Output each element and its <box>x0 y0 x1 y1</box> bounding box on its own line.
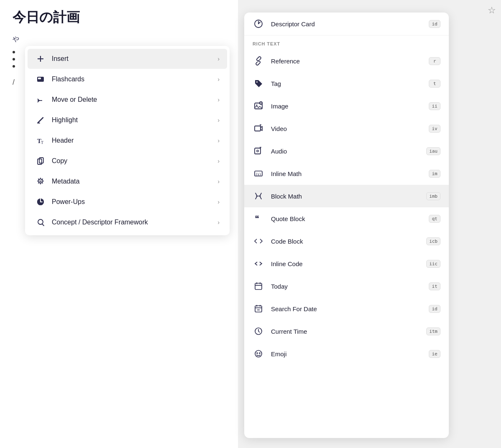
code-block-label: Code Block <box>271 238 426 245</box>
right-menu-item-inline-math[interactable]: (x) Inline Math im <box>244 162 449 185</box>
tag-label: Tag <box>271 80 429 87</box>
plus-icon <box>35 53 46 64</box>
video-label: Video <box>271 125 429 132</box>
code-block-icon <box>253 235 264 247</box>
audio-icon <box>253 145 264 157</box>
inline-math-shortcut: im <box>429 170 440 178</box>
svg-rect-30 <box>255 148 261 154</box>
svg-point-16 <box>38 219 43 224</box>
menu-item-insert[interactable]: Insert › <box>28 49 227 69</box>
menu-item-copy-label: Copy <box>52 157 218 165</box>
svg-rect-3 <box>38 78 41 79</box>
insert-arrow-icon: › <box>218 55 220 62</box>
right-menu-item-code-block[interactable]: Code Block icb <box>244 230 449 252</box>
right-menu-item-today[interactable]: Today it <box>244 275 449 297</box>
menu-item-power-ups-label: Power-Ups <box>52 198 218 206</box>
inline-math-label: Inline Math <box>271 170 429 177</box>
emoji-shortcut: ie <box>429 350 440 358</box>
highlight-icon <box>35 115 46 126</box>
right-menu-item-quote-block[interactable]: ❝ Quote Block qt <box>244 207 449 230</box>
right-menu-item-reference[interactable]: Reference r <box>244 50 449 72</box>
image-icon <box>253 100 264 112</box>
section-rich-text-header: RICH TEXT <box>244 35 449 50</box>
copy-arrow-icon: › <box>218 158 220 164</box>
calendar-search-icon <box>253 303 264 315</box>
svg-rect-10 <box>38 159 42 164</box>
quote-block-label: Quote Block <box>271 215 429 222</box>
block-math-label: Block Math <box>271 193 426 200</box>
menu-item-header[interactable]: T T Header › <box>28 131 227 151</box>
audio-label: Audio <box>271 148 426 155</box>
concept-arrow-icon: › <box>218 219 220 226</box>
right-menu-item-image[interactable]: Image ii <box>244 95 449 117</box>
flashcard-icon <box>35 74 46 85</box>
menu-item-move-delete[interactable]: Move or Delete › <box>28 90 227 110</box>
svg-rect-31 <box>257 150 258 152</box>
quote-block-shortcut: qt <box>429 215 440 223</box>
star-icon[interactable]: ☆ <box>488 5 496 16</box>
block-math-icon <box>253 190 264 202</box>
move-icon <box>35 94 46 105</box>
menu-item-metadata[interactable]: Metadata › <box>28 171 227 191</box>
menu-item-flashcards[interactable]: Flashcards › <box>28 69 227 89</box>
page-title: 今日の計画 <box>13 8 225 27</box>
right-menu-item-video[interactable]: Video iv <box>244 117 449 140</box>
tag-icon <box>253 78 264 89</box>
inline-code-icon <box>253 258 264 269</box>
right-menu-item-audio[interactable]: Audio iau <box>244 140 449 162</box>
powerup-icon <box>35 196 46 207</box>
right-menu-item-current-time[interactable]: Current Time itm <box>244 320 449 342</box>
menu-item-concept[interactable]: Concept / Descriptor Framework › <box>28 212 227 232</box>
svg-text:T: T <box>41 140 43 145</box>
inline-math-icon: (x) <box>253 168 264 179</box>
descriptor-card-label: Descriptor Card <box>271 20 429 28</box>
right-panel: Descriptor Card id RICH TEXT Reference r <box>244 13 449 438</box>
left-context-menu: Insert › Flashcards › Move or Delete › <box>25 46 230 235</box>
svg-point-13 <box>40 181 41 182</box>
reference-label: Reference <box>271 58 429 65</box>
image-label: Image <box>271 103 429 110</box>
move-arrow-icon: › <box>218 96 220 103</box>
highlight-arrow-icon: › <box>218 117 220 123</box>
menu-item-power-ups[interactable]: Power-Ups › <box>28 192 227 212</box>
right-panel-inner: Descriptor Card id RICH TEXT Reference r <box>244 13 449 438</box>
right-menu-item-descriptor-card[interactable]: Descriptor Card id <box>244 13 449 35</box>
menu-item-metadata-label: Metadata <box>52 178 218 185</box>
menu-item-copy[interactable]: Copy › <box>28 151 227 171</box>
descriptor-card-shortcut: id <box>429 20 440 28</box>
search-date-shortcut: id <box>429 305 440 313</box>
block-math-shortcut: imb <box>426 192 440 200</box>
quote-icon: ❝ <box>253 213 264 224</box>
inline-code-shortcut: iic <box>426 260 440 268</box>
menu-item-header-label: Header <box>52 137 218 144</box>
current-time-shortcut: itm <box>426 327 440 335</box>
right-menu-item-emoji[interactable]: Emoji ie <box>244 342 449 365</box>
right-menu-item-block-math[interactable]: Block Math imb <box>244 185 449 207</box>
search-date-label: Search For Date <box>271 305 429 312</box>
svg-text:(x): (x) <box>256 172 261 177</box>
svg-rect-41 <box>255 306 262 312</box>
svg-rect-37 <box>255 283 262 289</box>
emoji-icon <box>253 348 264 360</box>
svg-line-17 <box>43 224 44 226</box>
menu-item-concept-label: Concept / Descriptor Framework <box>52 219 218 226</box>
right-menu-item-inline-code[interactable]: Inline Code iic <box>244 252 449 275</box>
header-icon: T T <box>35 135 46 146</box>
svg-text:❝: ❝ <box>255 214 259 223</box>
menu-item-highlight[interactable]: Highlight › <box>28 110 227 130</box>
header-arrow-icon: › <box>218 137 220 144</box>
descriptor-card-icon <box>253 18 264 30</box>
audio-shortcut: iau <box>426 147 440 155</box>
concept-icon <box>35 217 46 228</box>
reference-shortcut: r <box>429 57 440 65</box>
metadata-arrow-icon: › <box>218 178 220 185</box>
menu-item-flashcards-label: Flashcards <box>52 76 218 83</box>
right-menu-item-tag[interactable]: Tag t <box>244 72 449 95</box>
menu-item-insert-label: Insert <box>52 55 218 63</box>
svg-point-49 <box>259 353 260 354</box>
right-menu-item-search-date[interactable]: Search For Date id <box>244 297 449 320</box>
video-shortcut: iv <box>429 125 440 133</box>
menu-item-move-label: Move or Delete <box>52 96 218 103</box>
code-block-shortcut: icb <box>426 237 440 245</box>
link-icon <box>253 55 264 67</box>
